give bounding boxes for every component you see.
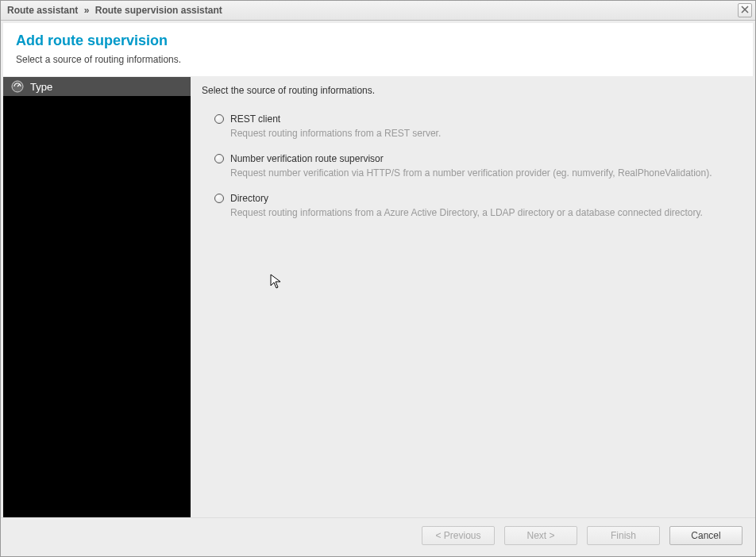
wizard-step-label: Type — [30, 81, 52, 93]
finish-button[interactable]: Finish — [587, 526, 660, 545]
page-title: Add route supervision — [16, 33, 740, 49]
option-label: REST client — [230, 113, 280, 125]
prompt-text: Select the source of routing information… — [202, 85, 742, 96]
option-number-verification[interactable]: Number verification route supervisor Req… — [202, 148, 742, 185]
page-subtitle: Select a source of routing informations. — [16, 54, 740, 65]
footer-buttons: < Previous Next > Finish Cancel — [1, 517, 755, 556]
option-label: Number verification route supervisor — [230, 153, 384, 164]
option-rest-client[interactable]: REST client Request routing informations… — [202, 109, 742, 145]
close-icon — [741, 5, 749, 16]
radio-icon[interactable] — [214, 114, 224, 124]
step-icon — [11, 80, 24, 93]
option-description: Request number verification via HTTP/S f… — [230, 167, 742, 179]
option-directory[interactable]: Directory Request routing informations f… — [202, 188, 742, 225]
header-panel: Add route supervision Select a source of… — [1, 21, 755, 77]
body: Type Select the source of routing inform… — [1, 77, 755, 517]
option-description: Request routing informations from a REST… — [230, 128, 742, 139]
breadcrumb-separator: » — [84, 5, 90, 16]
wizard-steps-sidebar: Type — [3, 77, 191, 517]
wizard-dialog: Route assistant » Route supervision assi… — [0, 0, 756, 557]
close-button[interactable] — [738, 3, 752, 17]
next-button[interactable]: Next > — [504, 526, 577, 545]
titlebar: Route assistant » Route supervision assi… — [1, 1, 755, 21]
option-label: Directory — [230, 193, 268, 204]
breadcrumb: Route assistant » Route supervision assi… — [7, 5, 222, 16]
radio-icon[interactable] — [214, 154, 224, 163]
wizard-step-type[interactable]: Type — [3, 77, 191, 96]
cancel-button[interactable]: Cancel — [669, 526, 742, 545]
breadcrumb-item-1: Route assistant — [7, 5, 78, 16]
option-description: Request routing informations from a Azur… — [230, 207, 742, 218]
breadcrumb-item-2: Route supervision assistant — [95, 5, 222, 16]
radio-icon[interactable] — [214, 194, 224, 203]
previous-button[interactable]: < Previous — [422, 526, 495, 545]
content-area: Select the source of routing information… — [191, 77, 753, 517]
